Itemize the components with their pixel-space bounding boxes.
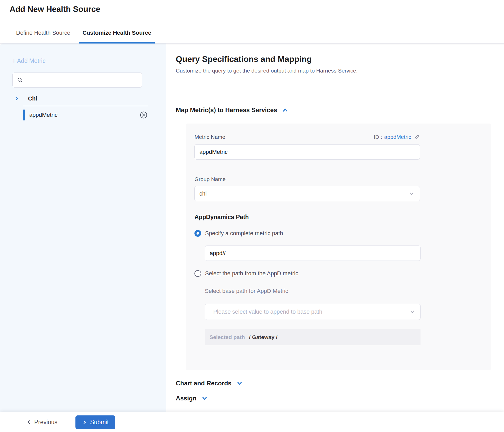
page-title: Add New Health Source <box>10 5 100 14</box>
selected-indicator-bar <box>23 110 25 120</box>
base-path-label: Select base path for AppD Metric <box>205 288 491 294</box>
metrics-sidebar: + Add Metric Chi appdMetric <box>0 44 166 412</box>
query-spec-panel: Query Specifications and Mapping Customi… <box>166 44 504 412</box>
add-metric-label: Add Metric <box>17 57 46 64</box>
dialog-header: Add New Health Source <box>0 0 504 23</box>
tab-customize-health-source[interactable]: Customize Health Source <box>79 30 155 43</box>
chevron-left-icon <box>26 419 32 425</box>
metric-label: appdMetric <box>29 112 58 118</box>
group-name-label: Group Name <box>194 176 491 182</box>
metric-name-input[interactable] <box>194 144 420 160</box>
metric-name-row: Metric Name ID : appdMetric <box>194 134 420 140</box>
map-metrics-section-toggle[interactable]: Map Metric(s) to Harness Services <box>176 106 504 114</box>
add-health-source-page: Add New Health Source Define Health Sour… <box>0 0 504 432</box>
submit-button[interactable]: Submit <box>75 415 115 429</box>
assign-title: Assign <box>176 395 197 402</box>
selected-path-label: Selected path <box>209 334 245 340</box>
base-path-select[interactable]: - Please select value to append to base … <box>205 304 421 320</box>
submit-label: Submit <box>90 419 109 426</box>
radio-select-appd-path-label: Select the path from the AppD metric <box>205 270 298 277</box>
group-name-select[interactable]: chi <box>194 186 420 201</box>
map-metrics-card: Metric Name ID : appdMetric Group Name c… <box>186 124 491 370</box>
chevron-down-icon <box>236 380 243 387</box>
selected-path-value: / Gateway / <box>249 334 278 340</box>
plus-icon: + <box>12 58 16 64</box>
chevron-down-icon <box>201 395 208 402</box>
previous-label: Previous <box>34 419 57 426</box>
chevron-down-icon <box>409 191 415 197</box>
radio-selected-icon[interactable] <box>194 230 201 237</box>
search-icon <box>17 77 23 83</box>
map-metrics-title: Map Metric(s) to Harness Services <box>176 106 277 114</box>
chevron-down-icon <box>409 309 415 315</box>
id-label: ID : <box>374 134 382 140</box>
edit-pencil-icon[interactable] <box>414 134 420 140</box>
metric-search <box>12 73 142 88</box>
base-path-placeholder: - Please select value to append to base … <box>210 308 326 315</box>
sidebar-metric-appdmetric[interactable]: appdMetric <box>0 109 166 121</box>
delete-metric-button[interactable] <box>139 111 148 119</box>
chevron-right-icon <box>14 96 19 101</box>
heading-divider <box>176 81 504 81</box>
tab-define-health-source[interactable]: Define Health Source <box>12 30 74 43</box>
assign-toggle[interactable]: Assign <box>176 395 504 402</box>
chart-and-records-title: Chart and Records <box>176 380 232 387</box>
metric-id-group: ID : appdMetric <box>374 134 420 140</box>
radio-select-appd-path[interactable]: Select the path from the AppD metric <box>194 270 491 277</box>
radio-complete-metric-path[interactable]: Specify a complete metric path <box>194 230 491 237</box>
radio-complete-metric-path-label: Specify a complete metric path <box>205 230 283 237</box>
metric-name-label: Metric Name <box>194 134 225 140</box>
selected-path-bar: Selected path / Gateway / <box>205 329 421 345</box>
chevron-up-icon <box>282 107 289 113</box>
tab-bar: Define Health Source Customize Health So… <box>0 23 504 44</box>
section-subheading: Customize the query to get the desired o… <box>176 68 504 74</box>
add-metric-button[interactable]: + Add Metric <box>12 57 45 64</box>
sidebar-divider <box>23 106 148 106</box>
wizard-footer: Previous Submit <box>0 412 504 432</box>
previous-button[interactable]: Previous <box>26 419 57 426</box>
sidebar-group-chi[interactable]: Chi <box>14 95 166 102</box>
group-name-value: chi <box>199 190 207 197</box>
section-heading: Query Specifications and Mapping <box>176 54 504 64</box>
search-input[interactable] <box>23 73 142 87</box>
id-value-link[interactable]: appdMetric <box>384 134 411 140</box>
radio-unselected-icon[interactable] <box>194 270 201 277</box>
chart-and-records-toggle[interactable]: Chart and Records <box>176 380 504 387</box>
appdynamics-path-title: AppDynamics Path <box>194 214 491 221</box>
group-label: Chi <box>28 95 37 102</box>
chevron-right-icon <box>82 420 87 425</box>
complete-metric-path-input[interactable] <box>205 246 421 261</box>
circle-x-icon <box>139 111 148 119</box>
